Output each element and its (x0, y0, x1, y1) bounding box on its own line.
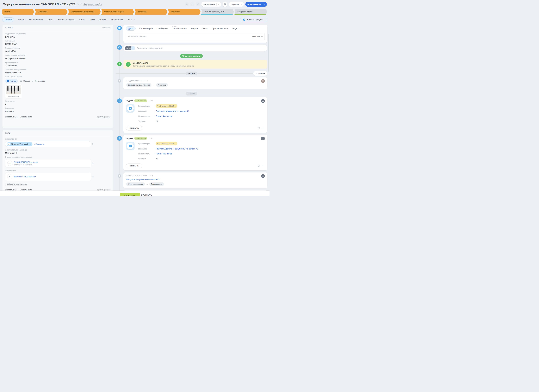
gear-icon[interactable]: ⚙ (92, 143, 94, 145)
edit-title-icon[interactable]: ✎ (77, 3, 79, 5)
tab-biznes-processy[interactable]: Бизнес-процессы (58, 19, 75, 21)
stage-zavershit[interactable]: Завершить сделку (234, 9, 267, 15)
gear-icon[interactable]: ⚙ (92, 175, 94, 178)
copy-link-icon[interactable] (80, 3, 82, 5)
history-icon[interactable]: ↺ (196, 2, 200, 6)
composer-tab-priglasit[interactable]: Пригласить в чат (212, 27, 229, 30)
create-activity-banner[interactable]: + Создайте дело Запланируйте следующий ш… (123, 60, 267, 69)
deal-category-label: Закупка запчастей (83, 3, 100, 5)
stage-ustanovka[interactable]: Установка (168, 9, 201, 15)
observer-name-link[interactable]: тестовый БУХГАЛТЕР (14, 175, 36, 178)
tab-more[interactable]: Еще (128, 19, 134, 21)
more-menu-icon[interactable]: ••• (262, 127, 265, 129)
header-actions: ✆ ✉ ↺ Расширения ⚙ Документ Предложение (185, 2, 267, 7)
deadline-chip[interactable]: Чт, 2 апреля, 01:14 (156, 104, 177, 108)
stage-to-chip: Установка (156, 83, 168, 87)
settings-gear-button[interactable]: ⚙ (222, 2, 227, 7)
mail-icon[interactable]: ✉ (190, 2, 194, 6)
task-link[interactable]: Получить документы по заявке 41 (126, 178, 160, 181)
assignee-link[interactable]: Роман Филиппов (156, 115, 172, 117)
task-name-link[interactable]: Получить деталь и документы по заявке 41 (156, 148, 198, 150)
initiator-chip[interactable]: м Механик Тестовый ✕ (7, 142, 33, 146)
stage-soglasovanie[interactable]: Согласование директором (68, 9, 101, 15)
tab-marketpleys[interactable]: Маркетплейс (111, 19, 124, 21)
actions-dropdown[interactable]: действия (252, 36, 262, 38)
create-field-link[interactable]: Создать поле (20, 116, 32, 118)
stage-snabzhenie[interactable]: Снабжение (35, 9, 67, 15)
todo-input[interactable] (128, 35, 252, 38)
deadline-chip[interactable]: Чт, 2 апреля, 01:06 (156, 142, 177, 145)
field-responsible: Ответственный на данном этапе СН СНАБЖЕН… (5, 156, 111, 168)
composer-card: Дело Комментарий Сообщение НОВОЕ Онлайн-… (123, 24, 267, 43)
tab-tovary[interactable]: Товары (18, 19, 25, 21)
change-initiator-link[interactable]: + Изменить (34, 143, 44, 145)
open-task-button[interactable]: ОТКРЫТЬ (126, 126, 142, 131)
gear-icon[interactable]: ⚙ (92, 162, 94, 165)
todo-pill-badge[interactable]: Что нужно сделать (180, 54, 203, 58)
tab-scheta[interactable]: Счета (79, 19, 85, 21)
stage-oplata[interactable]: Оплата в бухгалтерии (101, 9, 134, 15)
delete-section-link[interactable]: Удалить раздел (96, 116, 111, 118)
date-divider: 3 апреля ФИЛЬТР (116, 71, 267, 76)
info-icon: i (117, 62, 122, 66)
chevron-down-icon (241, 3, 242, 5)
scrollbar[interactable] (269, 34, 269, 72)
composer-tab-sloty[interactable]: Слоты (202, 27, 208, 30)
add-participant-icon[interactable]: + (131, 46, 135, 50)
composer-tab-onlayn-zapis[interactable]: НОВОЕ Онлайн-запись (172, 27, 187, 30)
chat-outline-icon (117, 45, 122, 50)
user-avatar-icon (261, 99, 265, 103)
checklist-count: 0/2 (156, 158, 158, 160)
task-checklist-row: Чек-лист 2/2 (138, 120, 265, 123)
stage-logistika[interactable]: Логистика (135, 9, 168, 15)
task-time: 17:16 (149, 100, 153, 102)
business-processes-button[interactable]: Бизнес-процессы (240, 17, 267, 22)
deal-category-dropdown[interactable]: Закупка запчастей (83, 3, 102, 5)
composer-tab-delo[interactable]: Дело (126, 26, 135, 31)
tab-predlozheniya[interactable]: Предложения (29, 19, 43, 21)
initiator-input[interactable]: м Механик Тестовый ✕ + Изменить ⚙ (5, 141, 91, 147)
todo-input-wrap: действия (126, 33, 265, 40)
task-name-link[interactable]: Получить документы по заявке 41 (156, 110, 189, 112)
field-urgency: Срочность Высокая (5, 107, 111, 112)
tab-obshchie[interactable]: Общие (2, 17, 14, 22)
invite-input[interactable] (137, 47, 266, 49)
add-observer-link[interactable]: + Добавить наблюдателя (5, 183, 27, 185)
request-section: ЗАЯВКА изменить Подразделение / участок … (2, 24, 113, 128)
view-fit-width-button[interactable]: По ширине (32, 80, 45, 82)
document-button[interactable]: Документ (229, 2, 244, 7)
stage-zakryvayushchie[interactable]: Закрывающие документы (201, 9, 234, 15)
tab-istoriya[interactable]: История (99, 19, 107, 21)
composer-tab-kommentariy[interactable]: Комментарий (139, 27, 153, 30)
status-event-icon (118, 174, 121, 178)
responsible-name-link[interactable]: СНАБЖЕНЕЦ Тестовый (14, 161, 38, 163)
filter-button[interactable]: ФИЛЬТР (253, 71, 267, 76)
select-field-link[interactable]: Выбрать поле (5, 116, 18, 118)
composer-tab-zadacha[interactable]: Задача (191, 27, 198, 30)
composer-tab-soobshchenie[interactable]: Сообщение (156, 27, 168, 30)
view-list-button[interactable]: Список (20, 80, 29, 82)
composer-tab-more[interactable]: Еще (232, 27, 239, 30)
assignee-link[interactable]: Роман Филиппов (156, 153, 172, 155)
task-name-row: Название Получить документы по заявке 41 (138, 110, 265, 113)
extensions-button[interactable]: Расширения (201, 2, 221, 7)
cancel-button[interactable]: ОТМЕНИТЬ (141, 194, 152, 196)
tab-roboty[interactable]: Роботы (47, 19, 54, 21)
view-tile-button[interactable]: Плитка (5, 79, 18, 83)
comment-icon[interactable] (258, 165, 260, 167)
save-button[interactable]: СОХРАНИТЬ (120, 193, 140, 196)
phone-icon[interactable]: ✆ (185, 2, 189, 6)
offer-button[interactable]: Предложение (245, 2, 267, 7)
request-edit-link[interactable]: изменить (102, 27, 111, 29)
tab-svyazi[interactable]: Связи (89, 19, 95, 21)
open-task-button[interactable]: ОТКРЫТЬ (126, 164, 142, 168)
stage-from-chip: Закрывающие документы (126, 83, 151, 87)
request-footer: Выбрать поле Создать поле Удалить раздел (5, 116, 111, 118)
document-label: Документ (231, 3, 240, 5)
comment-icon[interactable] (258, 127, 260, 129)
remove-chip-icon[interactable]: ✕ (29, 143, 31, 145)
task-deadline-row: Крайний срок Чт, 2 апреля, 01:06 (138, 142, 265, 145)
more-menu-icon[interactable]: ••• (262, 165, 265, 167)
file-attachment-card[interactable]: форсунки.jpeg (5, 84, 22, 98)
stage-novaya[interactable]: Новая (2, 9, 34, 15)
